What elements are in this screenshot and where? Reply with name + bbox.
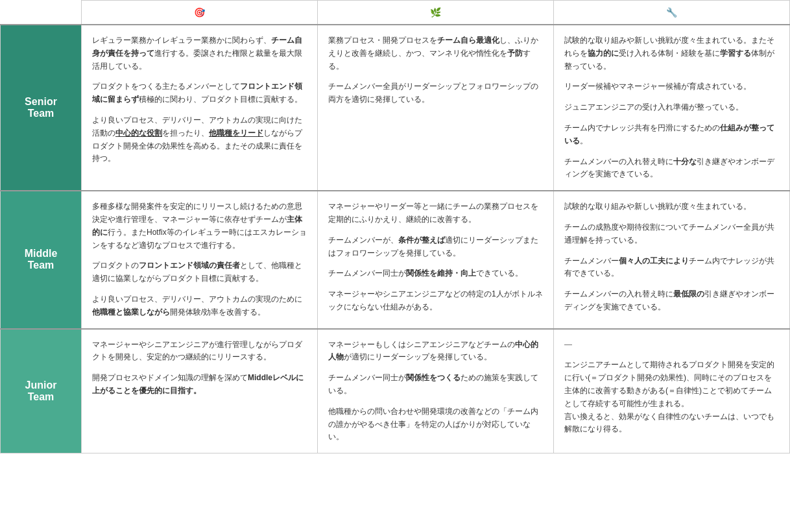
cell-paragraph: 業務プロセス・開発プロセスをチーム自ら最適化し、ふりかえりと改善を継続し、かつ、… bbox=[328, 34, 543, 73]
cell-paragraph: プロダクトのフロントエンド領域の責任者として、他職種と適切に協業しながらプロダク… bbox=[92, 260, 307, 285]
sustainability-icon: 🔧 bbox=[666, 7, 677, 18]
cell-paragraph: チームメンバーの入れ替え時に最低限の引き継ぎやオンボーディングを実施できている。 bbox=[564, 288, 779, 314]
cell-paragraph: 他職種からの問い合わせや開発環境の改善などの「チーム内の誰かがやるべき仕事」を特… bbox=[328, 405, 543, 444]
header-autonomy: 🌿 bbox=[318, 1, 554, 25]
sustainability-cell-senior: 試験的な取り組みや新しい挑戦が度々生まれている。またそれらを協力的に受け入れる体… bbox=[554, 25, 790, 191]
cell-paragraph: レギュラー業務かイレギュラー業務かに関わらず、チーム自身が責任を持って進行する。… bbox=[92, 34, 307, 73]
cell-paragraph: プロダクトをつくる主たるメンバーとしてフロントエンド領域に留まらず積極的に関わり… bbox=[92, 80, 307, 106]
cell-paragraph: 試験的な取り組みや新しい挑戦が度々生まれている。 bbox=[564, 200, 779, 213]
team-label-junior: Junior Team bbox=[1, 329, 82, 453]
cell-paragraph: チームメンバーの入れ替え時に十分な引き継ぎやオンボーディングを実施できている。 bbox=[564, 156, 779, 182]
team-row-junior: Junior Teamマネージャーやシニアエンジニアが進行管理しながらプロダクト… bbox=[1, 329, 790, 453]
team-row-middle: Middle Team多種多様な開発案件を安定的にリリースし続けるための意思決定… bbox=[1, 191, 790, 328]
sustainability-note: エンジニアチームとして期待されるプロダクト開発を安定的に行い(＝プロダクト開発の… bbox=[564, 359, 779, 436]
dash-indicator: — bbox=[564, 339, 779, 352]
cell-paragraph: チームメンバー同士が関係性を維持・向上できている。 bbox=[328, 267, 543, 280]
header-sustainability: 🔧 bbox=[554, 1, 790, 25]
autonomy-icon: 🌿 bbox=[430, 7, 441, 18]
header-row: 🎯 🌿 🔧 bbox=[1, 1, 790, 25]
cell-paragraph: チームメンバー同士が関係性をつくるための施策を実践している。 bbox=[328, 372, 543, 398]
cell-paragraph: 多種多様な開発案件を安定的にリリースし続けるための意思決定や進行管理を、マネージ… bbox=[92, 200, 307, 252]
cell-paragraph: リーダー候補やマネージャー候補が育成されている。 bbox=[564, 80, 779, 93]
header-empty bbox=[1, 1, 82, 25]
cell-paragraph: 開発プロセスやドメイン知識の理解を深めてMiddleレベルに上がることを優先的に… bbox=[92, 372, 307, 398]
header-effectiveness: 🎯 bbox=[82, 1, 318, 25]
cell-paragraph: マネージャーやリーダー等と一緒にチームの業務プロセスを定期的にふりかえり、継続的… bbox=[328, 200, 543, 226]
effectiveness-cell-junior: マネージャーやシニアエンジニアが進行管理しながらプロダクトを開発し、安定的かつ継… bbox=[82, 329, 318, 453]
cell-paragraph: チームメンバー全員がリーダーシップとフォロワーシップの両方を適切に発揮している。 bbox=[328, 80, 543, 106]
cell-paragraph: チームの成熟度や期待役割についてチームメンバー全員が共通理解を持っている。 bbox=[564, 221, 779, 247]
main-table-container: 🎯 🌿 🔧 Senior Teamレギュラー業務かイレギュラー業務かに関わらず、… bbox=[0, 0, 790, 453]
cell-paragraph: マネージャーやシニアエンジニアが進行管理しながらプロダクトを開発し、安定的かつ継… bbox=[92, 339, 307, 365]
cell-paragraph: より良いプロセス、デリバリー、アウトカムの実現のために他職種と協業しながら開発体… bbox=[92, 293, 307, 319]
cell-paragraph: 試験的な取り組みや新しい挑戦が度々生まれている。またそれらを協力的に受け入れる体… bbox=[564, 34, 779, 73]
team-label-middle: Middle Team bbox=[1, 191, 82, 328]
effectiveness-cell-senior: レギュラー業務かイレギュラー業務かに関わらず、チーム自身が責任を持って進行する。… bbox=[82, 25, 318, 191]
effectiveness-cell-middle: 多種多様な開発案件を安定的にリリースし続けるための意思決定や進行管理を、マネージ… bbox=[82, 191, 318, 328]
sustainability-cell-middle: 試験的な取り組みや新しい挑戦が度々生まれている。チームの成熟度や期待役割について… bbox=[554, 191, 790, 328]
cell-paragraph: チームメンバーが、条件が整えば適切にリーダーシップまたはフォロワーシップを発揮し… bbox=[328, 234, 543, 260]
cell-paragraph: マネージャーやシニアエンジニアなどの特定の1人がボトルネックにならない仕組みがあ… bbox=[328, 288, 543, 314]
team-row-senior: Senior Teamレギュラー業務かイレギュラー業務かに関わらず、チーム自身が… bbox=[1, 25, 790, 191]
cell-paragraph: チームメンバー個々人の工夫によりチーム内でナレッジが共有できている。 bbox=[564, 255, 779, 281]
sustainability-cell-junior: —エンジニアチームとして期待されるプロダクト開発を安定的に行い(＝プロダクト開発… bbox=[554, 329, 790, 453]
effectiveness-icon: 🎯 bbox=[194, 7, 205, 18]
cell-paragraph: チーム内でナレッジ共有を円滑にするための仕組みが整っている。 bbox=[564, 122, 779, 148]
autonomy-cell-middle: マネージャーやリーダー等と一緒にチームの業務プロセスを定期的にふりかえり、継続的… bbox=[318, 191, 554, 328]
team-label-senior: Senior Team bbox=[1, 25, 82, 191]
autonomy-cell-senior: 業務プロセス・開発プロセスをチーム自ら最適化し、ふりかえりと改善を継続し、かつ、… bbox=[318, 25, 554, 191]
autonomy-cell-junior: マネージャーもしくはシニアエンジニアなどチームの中心的人物が適切にリーダーシップ… bbox=[318, 329, 554, 453]
cell-paragraph: より良いプロセス、デリバリー、アウトカムの実現に向けた活動の中心的な役割を担った… bbox=[92, 114, 307, 165]
cell-paragraph: マネージャーもしくはシニアエンジニアなどチームの中心的人物が適切にリーダーシップ… bbox=[328, 339, 543, 365]
cell-paragraph: ジュニアエンジニアの受け入れ準備が整っている。 bbox=[564, 101, 779, 114]
